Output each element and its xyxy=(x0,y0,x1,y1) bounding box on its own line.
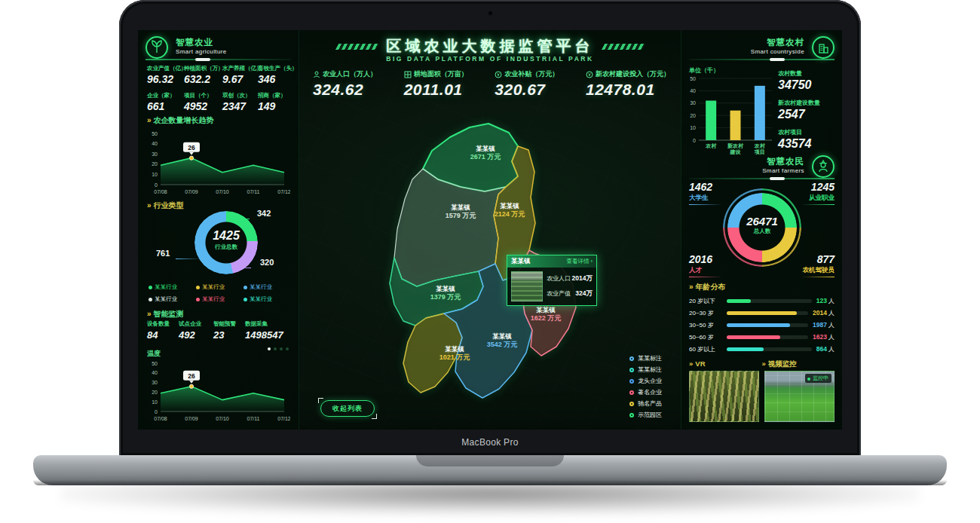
hazard-stripes-left-icon xyxy=(335,44,379,50)
vr-preview-image[interactable] xyxy=(689,371,759,422)
farmers-donut-chart: 26471 总人数 1462大学生 1245从业职业 2016人才 877农机驾… xyxy=(689,179,835,279)
panel-subtitle: Smart countryside xyxy=(751,48,804,55)
video-monitor-image[interactable]: 监控中 xyxy=(764,371,835,422)
age-bar xyxy=(727,335,808,339)
legend-dot-icon xyxy=(149,286,152,289)
svg-text:07/08: 07/08 xyxy=(154,189,167,194)
svg-text:07/10: 07/10 xyxy=(216,189,229,194)
legend-dot-icon xyxy=(629,390,634,395)
legend-item[interactable]: 某某行业 xyxy=(196,283,243,291)
map-legend-item[interactable]: 示范园区 xyxy=(629,409,662,421)
person-icon xyxy=(313,71,320,78)
field-icon xyxy=(404,71,412,78)
kpi-value: 12478.01 xyxy=(586,81,670,99)
svg-text:项目: 项目 xyxy=(754,149,765,155)
stat: 项目（个）4952 xyxy=(184,92,222,112)
svg-text:50: 50 xyxy=(152,131,158,136)
tooltip-detail-link[interactable]: 查看详情 › xyxy=(566,258,593,265)
monitor-stats: 设备数量84 试点企业492 智能预警23 数据采集1498547 xyxy=(147,320,295,341)
stat: 农业产值（亿）96.32 xyxy=(147,65,183,85)
section-arrow-icon: » xyxy=(147,201,152,210)
agriculture-stats: 农业产值（亿）96.32 种植面积（万）632.2 水产养殖（亿）9.67 畜牧… xyxy=(147,65,292,112)
map-legend-item[interactable]: 驰名产品 xyxy=(629,398,662,409)
stat: 农村数量34750 xyxy=(778,69,838,92)
kpi-row: 农业人口（万人） 324.62 耕地面积（万亩） 2011.01 农业补贴（万元… xyxy=(313,69,670,99)
svg-text:10: 10 xyxy=(690,125,696,130)
age-bar xyxy=(727,311,808,315)
kpi-value: 324.62 xyxy=(313,81,377,99)
legend-dot-icon xyxy=(243,286,247,289)
tooltip-title: 某某镇 xyxy=(511,257,531,266)
legend-dot-icon xyxy=(196,286,200,289)
svg-text:0: 0 xyxy=(155,409,158,414)
laptop-base xyxy=(33,455,947,485)
industry-callout-left: 761 xyxy=(156,249,170,258)
industry-legend: 某某行业 某某行业 某某行业 某某行业 某某行业 某某行业 xyxy=(149,283,292,303)
legend-dot-icon xyxy=(629,402,634,406)
carousel-dot[interactable] xyxy=(268,347,271,350)
svg-text:50: 50 xyxy=(690,76,696,81)
tooltip-row: 农业产值324万 xyxy=(547,289,593,298)
stat: 招商（家）149 xyxy=(258,92,292,112)
temperature-line-chart: 0102030405007/0807/0907/1007/1107/1226 xyxy=(145,356,290,424)
age-row: 20~30 岁2014人 xyxy=(689,307,835,319)
svg-text:07/09: 07/09 xyxy=(185,189,198,194)
panel-subtitle: Smart farmers xyxy=(762,167,804,174)
map-legend-item[interactable]: 某某标注 xyxy=(629,353,662,364)
map-legend-item[interactable]: 某某标注 xyxy=(629,364,662,375)
hazard-stripes-right-icon xyxy=(601,44,645,50)
stat: 智能预警23 xyxy=(213,320,245,341)
temperature-header: 温度 xyxy=(147,345,290,354)
webcam-dot xyxy=(488,11,492,15)
map-legend-item[interactable]: 著名企业 xyxy=(629,387,662,398)
svg-text:农村: 农村 xyxy=(705,142,717,149)
legend-item[interactable]: 某某行业 xyxy=(149,295,196,303)
stat: 种植面积（万）632.2 xyxy=(184,65,222,85)
stat: 农村项目43574 xyxy=(778,128,838,151)
age-distribution-chart: 20 岁以下123人 20~30 岁2014人 30~50 岁1987人 50~… xyxy=(689,295,835,355)
carousel-dot[interactable] xyxy=(274,347,277,350)
smart-farmers-header: 智慧农民Smart farmers xyxy=(689,155,835,181)
section-title-monitor: »智能监测 xyxy=(147,309,184,320)
stat: 数据采集1498547 xyxy=(245,320,293,341)
map-legend-item[interactable]: 龙头企业 xyxy=(629,375,662,387)
header-underline xyxy=(689,59,835,60)
countryside-stats: 农村数量34750 新农村建设数量2547 农村项目43574 xyxy=(778,69,838,158)
svg-text:0: 0 xyxy=(155,182,158,188)
kpi-arable-area: 耕地面积（万亩） 2011.01 xyxy=(404,69,468,99)
age-row: 50~60 岁1623人 xyxy=(689,331,835,343)
monitoring-badge: 监控中 xyxy=(805,374,831,383)
legend-item[interactable]: 某某行业 xyxy=(243,295,291,303)
collapse-list-button[interactable]: 收起列表 xyxy=(320,400,375,417)
svg-text:26: 26 xyxy=(188,144,195,151)
svg-text:07/10: 07/10 xyxy=(216,416,229,421)
kpi-value: 2011.01 xyxy=(404,81,468,99)
map-region-southwest-olive[interactable] xyxy=(403,313,462,393)
svg-text:50: 50 xyxy=(152,361,158,366)
laptop-shadow xyxy=(60,482,920,515)
kpi-value: 320.67 xyxy=(495,81,559,99)
smart-countryside-header: 智慧农村Smart countryside xyxy=(689,36,835,62)
coin-icon xyxy=(495,71,502,78)
carousel-dot[interactable] xyxy=(286,347,289,350)
legend-dot-icon xyxy=(243,298,247,301)
farmers-donut-center: 26471 总人数 xyxy=(727,215,797,235)
stat: 双创（次）2347 xyxy=(222,92,257,112)
countryside-bar-chart: 01020304050农村新农村建设农村项目 xyxy=(686,74,775,158)
industry-donut-center: 1425 行业总数 xyxy=(194,229,258,251)
farmers-stat-practitioners: 1245从业职业 xyxy=(791,181,835,205)
svg-text:10: 10 xyxy=(152,172,158,177)
age-row: 60 岁以上864人 xyxy=(689,343,835,355)
legend-item[interactable]: 某某行业 xyxy=(196,295,243,303)
legend-item[interactable]: 某某行业 xyxy=(149,283,196,291)
tooltip-row: 农业人口2014万 xyxy=(547,274,593,283)
carousel-dot[interactable] xyxy=(280,347,283,350)
svg-text:07/09: 07/09 xyxy=(185,416,198,421)
section-title-farm-trend: »农企数量增长趋势 xyxy=(147,115,214,126)
svg-text:30: 30 xyxy=(152,151,158,157)
svg-text:20: 20 xyxy=(152,161,158,167)
farmers-stat-talents: 2016人才 xyxy=(689,253,733,277)
svg-text:40: 40 xyxy=(690,88,696,93)
legend-item[interactable]: 某某行业 xyxy=(243,283,291,291)
svg-text:07/11: 07/11 xyxy=(247,416,260,421)
